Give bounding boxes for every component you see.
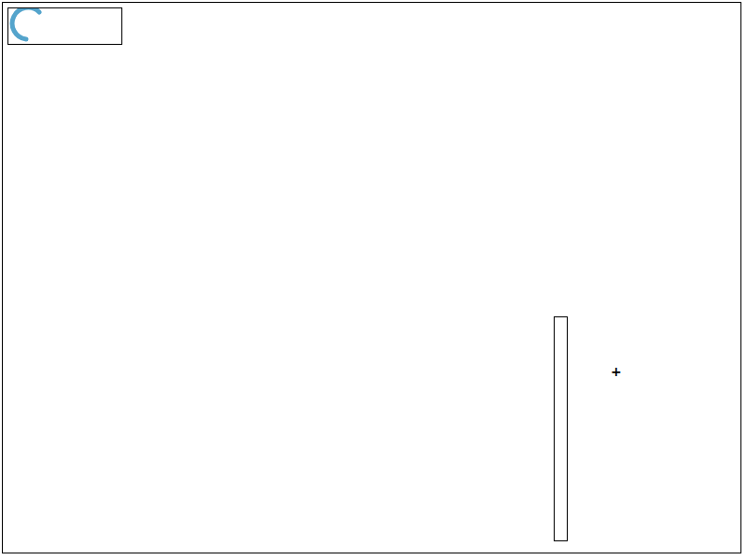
doppler-colorbar [554,316,568,541]
plus-marker-icon: + [611,367,622,376]
skymap-polar-plot [38,55,516,533]
legend-negative [611,479,624,485]
showskymap-window: + [0,0,747,560]
lowell-digisonde-logo [7,7,122,45]
crescent-icon [8,8,49,42]
legend-positive: + [611,367,628,376]
circle-marker-icon [611,479,617,485]
